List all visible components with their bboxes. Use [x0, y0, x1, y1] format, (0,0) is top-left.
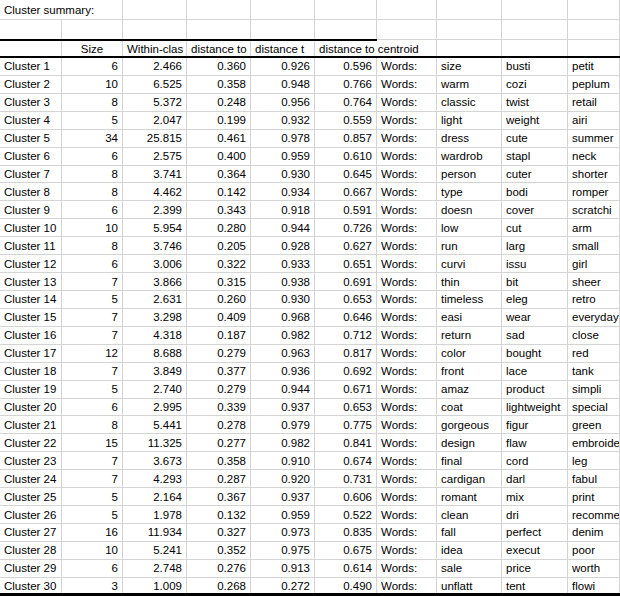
distance1-cell[interactable]: 0.280: [187, 219, 251, 237]
word3-cell[interactable]: summer: [568, 130, 620, 148]
empty-cell[interactable]: [437, 20, 502, 40]
cluster-name-cell[interactable]: Cluster 22: [0, 434, 62, 452]
words-label-cell[interactable]: Words:: [377, 76, 437, 94]
words-label-cell[interactable]: Words:: [377, 309, 437, 327]
distance3-cell[interactable]: 0.610: [315, 148, 377, 166]
size-cell[interactable]: 6: [62, 399, 123, 417]
words-label-cell[interactable]: Words:: [377, 434, 437, 452]
within-class-cell[interactable]: 4.293: [123, 470, 187, 488]
within-class-cell[interactable]: 3.866: [123, 273, 187, 291]
distance3-cell[interactable]: 0.675: [315, 542, 377, 560]
distance3-cell[interactable]: 0.646: [315, 309, 377, 327]
cluster-name-cell[interactable]: Cluster 7: [0, 166, 62, 184]
cluster-name-cell[interactable]: Cluster 6: [0, 148, 62, 166]
empty-cell[interactable]: [377, 20, 437, 40]
distance1-cell[interactable]: 0.367: [187, 488, 251, 506]
cluster-name-cell[interactable]: Cluster 18: [0, 363, 62, 381]
distance1-cell[interactable]: 0.278: [187, 416, 251, 434]
word3-cell[interactable]: retro: [568, 291, 620, 309]
word3-cell[interactable]: romper: [568, 183, 620, 201]
within-class-cell[interactable]: 2.164: [123, 488, 187, 506]
distance3-cell[interactable]: 0.817: [315, 345, 377, 363]
size-cell[interactable]: 8: [62, 94, 123, 112]
word2-cell[interactable]: weight: [502, 112, 568, 130]
word2-cell[interactable]: bit: [502, 273, 568, 291]
word3-cell[interactable]: neck: [568, 148, 620, 166]
size-cell[interactable]: 7: [62, 363, 123, 381]
cluster-name-cell[interactable]: Cluster 2: [0, 76, 62, 94]
distance3-cell[interactable]: 0.606: [315, 488, 377, 506]
word1-cell[interactable]: design: [437, 434, 502, 452]
word3-cell[interactable]: arm: [568, 219, 620, 237]
word3-cell[interactable]: small: [568, 237, 620, 255]
word3-cell[interactable]: close: [568, 327, 620, 345]
words-label-cell[interactable]: Words:: [377, 560, 437, 578]
size-cell[interactable]: 5: [62, 381, 123, 399]
empty-cell[interactable]: [187, 20, 251, 40]
distance3-cell[interactable]: 0.674: [315, 452, 377, 470]
distance2-cell[interactable]: 0.973: [251, 524, 315, 542]
size-cell[interactable]: 7: [62, 273, 123, 291]
distance2-cell[interactable]: 0.959: [251, 148, 315, 166]
word1-cell[interactable]: return: [437, 327, 502, 345]
word1-cell[interactable]: classic: [437, 94, 502, 112]
cluster-name-cell[interactable]: Cluster 29: [0, 560, 62, 578]
distance2-cell[interactable]: 0.944: [251, 381, 315, 399]
size-cell[interactable]: 5: [62, 506, 123, 524]
words-label-cell[interactable]: Words:: [377, 488, 437, 506]
cluster-name-cell[interactable]: Cluster 19: [0, 381, 62, 399]
distance3-cell[interactable]: 0.841: [315, 434, 377, 452]
word2-cell[interactable]: cute: [502, 130, 568, 148]
distance3-cell[interactable]: 0.596: [315, 58, 377, 76]
words-label-cell[interactable]: Words:: [377, 416, 437, 434]
word1-cell[interactable]: thin: [437, 273, 502, 291]
size-cell[interactable]: 10: [62, 76, 123, 94]
words-label-cell[interactable]: Words:: [377, 291, 437, 309]
words-label-cell[interactable]: Words:: [377, 166, 437, 184]
distance2-cell[interactable]: 0.938: [251, 273, 315, 291]
distance2-cell[interactable]: 0.975: [251, 542, 315, 560]
cluster-name-cell[interactable]: Cluster 25: [0, 488, 62, 506]
distance2-cell[interactable]: 0.928: [251, 237, 315, 255]
within-class-cell[interactable]: 2.631: [123, 291, 187, 309]
words-label-cell[interactable]: Words:: [377, 237, 437, 255]
word2-cell[interactable]: issu: [502, 255, 568, 273]
distance1-cell[interactable]: 0.315: [187, 273, 251, 291]
distance3-cell[interactable]: 0.667: [315, 183, 377, 201]
word2-cell[interactable]: twist: [502, 94, 568, 112]
word2-cell[interactable]: cozi: [502, 76, 568, 94]
distance3-cell[interactable]: 0.857: [315, 130, 377, 148]
distance1-cell[interactable]: 0.279: [187, 345, 251, 363]
within-class-cell[interactable]: 3.746: [123, 237, 187, 255]
distance1-cell[interactable]: 0.352: [187, 542, 251, 560]
within-class-cell[interactable]: 2.740: [123, 381, 187, 399]
distance2-cell[interactable]: 0.963: [251, 345, 315, 363]
distance1-cell[interactable]: 0.279: [187, 381, 251, 399]
title-cell[interactable]: Cluster summary:: [0, 0, 123, 20]
distance2-cell[interactable]: 0.934: [251, 183, 315, 201]
word2-cell[interactable]: larg: [502, 237, 568, 255]
size-cell[interactable]: 10: [62, 542, 123, 560]
distance2-cell[interactable]: 0.930: [251, 166, 315, 184]
words-label-cell[interactable]: Words:: [377, 381, 437, 399]
word2-cell[interactable]: lightweight: [502, 399, 568, 417]
words-label-cell[interactable]: Words:: [377, 470, 437, 488]
word2-cell[interactable]: eleg: [502, 291, 568, 309]
within-class-cell[interactable]: 6.525: [123, 76, 187, 94]
cluster-name-cell[interactable]: Cluster 14: [0, 291, 62, 309]
size-cell[interactable]: 5: [62, 291, 123, 309]
cluster-name-cell[interactable]: Cluster 12: [0, 255, 62, 273]
within-class-cell[interactable]: 3.673: [123, 452, 187, 470]
size-cell[interactable]: 8: [62, 237, 123, 255]
distance1-cell[interactable]: 0.358: [187, 452, 251, 470]
distance3-cell[interactable]: 0.726: [315, 219, 377, 237]
within-class-cell[interactable]: 5.372: [123, 94, 187, 112]
distance2-cell[interactable]: 0.956: [251, 94, 315, 112]
empty-cell[interactable]: [315, 0, 377, 20]
cluster-name-cell[interactable]: Cluster 17: [0, 345, 62, 363]
word3-cell[interactable]: sheer: [568, 273, 620, 291]
distance1-cell[interactable]: 0.358: [187, 76, 251, 94]
distance1-cell[interactable]: 0.409: [187, 309, 251, 327]
word3-cell[interactable]: everyday: [568, 309, 620, 327]
cluster-name-cell[interactable]: Cluster 21: [0, 416, 62, 434]
